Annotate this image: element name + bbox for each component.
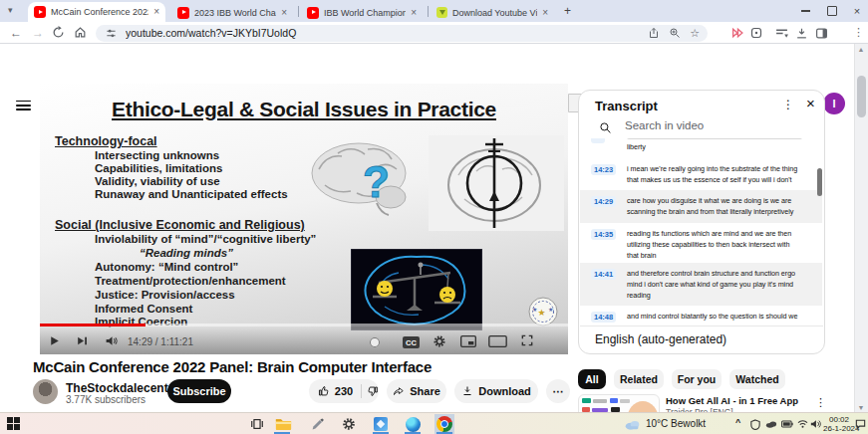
tray-battery-icon[interactable] (781, 420, 793, 428)
suggested-video-kebab-icon[interactable]: ⋮ (815, 396, 826, 409)
edge-browser-icon[interactable] (403, 414, 423, 434)
url-input[interactable] (126, 27, 544, 39)
settings-gear-icon[interactable] (339, 414, 359, 434)
share-button[interactable]: Share (387, 379, 446, 403)
transcript-text-line[interactable]: liberty (627, 141, 646, 152)
side-panel-icon[interactable] (815, 27, 828, 40)
transcript-timestamp[interactable]: 14:35 (591, 229, 616, 240)
video-player[interactable]: Ethico-Legal & Social Issues in Practice… (40, 84, 568, 354)
reading-list-icon[interactable] (775, 28, 788, 39)
file-explorer-icon[interactable] (273, 414, 293, 434)
scrollbar-up-arrow[interactable]: ▲ (854, 44, 868, 54)
forward-button[interactable]: → (32, 25, 44, 41)
time-display: 14:29 / 1:11:21 (128, 336, 193, 347)
filter-chip-for-you[interactable]: For you (672, 369, 722, 389)
transcript-timestamp[interactable]: 14:23 (591, 164, 616, 175)
filter-chip-all[interactable]: All (578, 369, 606, 389)
transcript-text-line[interactable]: reading (627, 290, 651, 301)
tray-shield-icon[interactable] (750, 419, 760, 430)
play-button[interactable] (48, 334, 61, 347)
downloads-icon[interactable] (795, 27, 808, 40)
tray-expand-icon[interactable]: ^ (735, 417, 740, 427)
back-button[interactable]: ← (10, 25, 22, 41)
browser-tab[interactable]: IBB World Championship - You × (301, 3, 423, 22)
extension-pink-icon[interactable] (731, 27, 744, 39)
page-scrollbar-thumb[interactable] (857, 76, 866, 117)
tune-icon[interactable] (106, 28, 117, 39)
transcript-text-line[interactable]: and therefore control brain structure an… (627, 268, 795, 279)
transcript-kebab-icon[interactable]: ⋮ (782, 98, 794, 111)
transcript-text-line[interactable]: care how you disguise it what we are doi… (627, 195, 791, 206)
tray-onedrive-icon[interactable] (765, 420, 777, 428)
tab-search-chevron-icon[interactable]: ▾ (8, 5, 13, 15)
url-bar[interactable]: ☆ (96, 25, 708, 42)
tray-speaker-icon[interactable] (810, 419, 821, 429)
browser-menu-kebab-icon[interactable]: ⋮ (853, 26, 864, 39)
transcript-timestamp[interactable]: 14:41 (591, 269, 616, 280)
weather-cloud-icon[interactable] (624, 419, 641, 430)
transcript-text-line[interactable]: scanning the brain and from that literal… (627, 206, 793, 217)
window-close-button[interactable]: × (844, 0, 868, 22)
subscribe-button[interactable]: Subscribe (167, 379, 231, 403)
window-maximize-button[interactable] (819, 0, 845, 22)
transcript-list[interactable]: ​ liberty 14:23 i mean we're really goin… (579, 138, 824, 324)
weather-text[interactable]: 10°C Bewolkt (646, 418, 706, 429)
tab-close-icon[interactable]: × (411, 8, 417, 18)
home-button[interactable] (74, 26, 87, 39)
zoom-page-icon[interactable] (669, 27, 681, 39)
tab-close-icon[interactable]: × (281, 8, 287, 18)
hamburger-menu-icon[interactable] (16, 98, 31, 112)
miniplayer-button[interactable] (460, 335, 476, 347)
thumb-up-icon[interactable] (318, 385, 330, 397)
extension-square-icon[interactable] (750, 27, 762, 39)
more-actions-button[interactable]: ⋯ (546, 379, 570, 403)
filter-chip-related[interactable]: Related (614, 369, 664, 389)
transcript-timestamp[interactable]: ​ (591, 138, 605, 143)
transcript-scrollbar-thumb[interactable] (817, 168, 822, 196)
tab-close-icon[interactable]: × (542, 8, 548, 18)
browser-tab[interactable]: 2023 IBB World Championship | × (171, 3, 293, 22)
transcript-text-line[interactable]: mind i don't care what kind of game you … (627, 279, 793, 290)
volume-icon[interactable] (105, 334, 119, 347)
transcript-text-line[interactable]: reading its functions which are mind and… (627, 228, 791, 239)
scrollbar-down-arrow[interactable]: ▼ (854, 402, 868, 412)
paint-app-icon[interactable] (307, 414, 327, 434)
transcript-text-line[interactable]: utilizing these capabilities to then bac… (627, 239, 789, 250)
browser-tab-active[interactable]: McCain Conference 2022 Panel × (28, 2, 165, 22)
transcript-timestamp[interactable]: 14:29 (591, 196, 616, 207)
reload-button[interactable] (52, 26, 65, 39)
photos-app-icon[interactable] (371, 414, 391, 434)
window-minimize-button[interactable] (792, 0, 818, 22)
bookmark-star-icon[interactable]: ☆ (690, 27, 700, 40)
transcript-search-input[interactable] (625, 119, 774, 131)
transcript-text-line[interactable]: and mind control blatantly so the questi… (627, 311, 797, 322)
share-page-icon[interactable] (648, 27, 660, 39)
taskbar-clock[interactable]: 00:02 26-1-2024 (823, 415, 855, 433)
subtitles-cc-button[interactable]: CC (403, 336, 420, 348)
transcript-text-line[interactable]: i mean we're really going into the subst… (627, 163, 797, 174)
transcript-text-line[interactable]: that makes us us the essence of self if … (627, 174, 792, 185)
transcript-timestamp[interactable]: 14:48 (591, 312, 616, 323)
browser-tab[interactable]: Download Youtube Videos for F × (431, 3, 554, 22)
transcript-close-icon[interactable]: × (806, 95, 815, 111)
start-button[interactable] (7, 417, 20, 430)
fullscreen-button[interactable] (520, 333, 534, 347)
settings-gear-icon[interactable] (433, 334, 446, 348)
chrome-browser-icon[interactable] (434, 414, 454, 434)
task-view-button[interactable] (247, 414, 267, 434)
channel-avatar[interactable] (33, 379, 58, 404)
youtube-profile-avatar[interactable]: I (823, 93, 845, 114)
channel-name[interactable]: TheStockdalecenter (66, 381, 179, 395)
tab-close-icon[interactable]: × (153, 7, 159, 17)
download-button[interactable]: Download (454, 379, 538, 403)
transcript-text-line[interactable]: that brain (627, 250, 656, 261)
suggested-video-title[interactable]: How Get All AI - in 1 Free App (666, 395, 807, 406)
tray-wifi-icon[interactable] (797, 419, 808, 428)
thumb-down-icon[interactable] (367, 385, 379, 397)
transcript-language-footer[interactable]: English (auto-generated) (595, 332, 726, 346)
next-video-button[interactable] (76, 334, 89, 347)
filter-chip-watched[interactable]: Watched (729, 369, 785, 389)
action-center-icon[interactable] (855, 419, 866, 429)
theater-mode-button[interactable] (488, 335, 507, 347)
new-tab-button[interactable]: + (564, 4, 571, 18)
